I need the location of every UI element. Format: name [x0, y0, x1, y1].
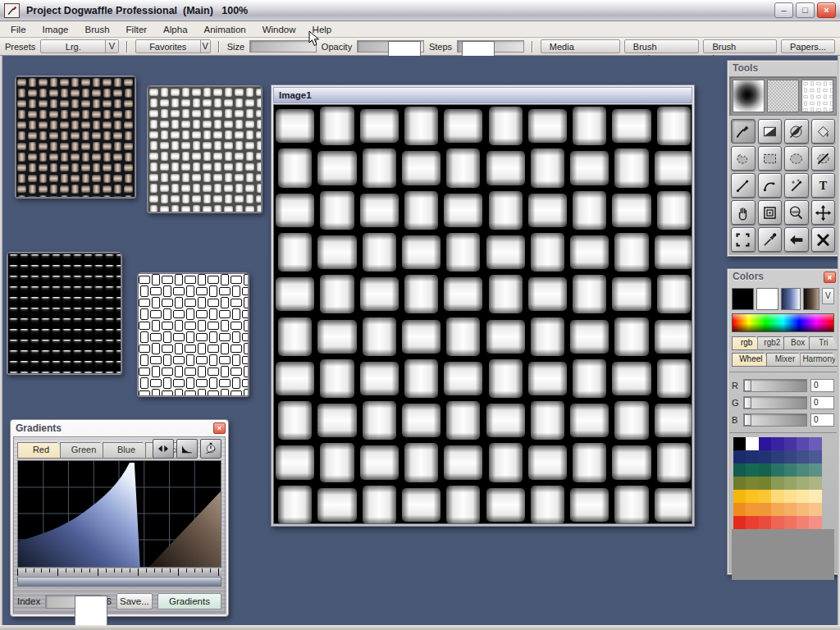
- menu-item-alpha[interactable]: Alpha: [156, 23, 194, 36]
- menu-item-window[interactable]: Window: [255, 23, 304, 36]
- color-swatch[interactable]: [746, 490, 758, 503]
- gradient-tab-red[interactable]: Red: [17, 442, 65, 459]
- color-swatch[interactable]: [746, 516, 758, 529]
- light-weave-preview[interactable]: [148, 86, 262, 212]
- color-swatch[interactable]: [759, 437, 771, 450]
- menu-item-animation[interactable]: Animation: [197, 23, 253, 36]
- brown-weave-preview[interactable]: [16, 76, 135, 198]
- color-swatch[interactable]: [759, 490, 771, 503]
- r-slider-thumb[interactable]: [744, 380, 751, 391]
- save-button[interactable]: Save...: [116, 593, 153, 609]
- color-swatch[interactable]: [809, 450, 821, 463]
- canvas[interactable]: [273, 104, 692, 524]
- fill-bucket-tool[interactable]: [811, 119, 836, 144]
- color-swatch[interactable]: [784, 477, 797, 490]
- color-swatch[interactable]: [809, 503, 821, 516]
- image-window[interactable]: Image1: [271, 84, 695, 527]
- minimize-button[interactable]: –: [774, 2, 793, 18]
- color-swatch[interactable]: [746, 437, 758, 450]
- gradient-curve-editor[interactable]: [17, 460, 221, 568]
- color-swatch[interactable]: [809, 516, 821, 529]
- color-swatch[interactable]: [733, 437, 746, 450]
- paintbrush-tool[interactable]: [731, 119, 756, 144]
- color-swatch[interactable]: [797, 490, 809, 503]
- color-swatch[interactable]: [771, 516, 783, 529]
- texture-window-light-weave[interactable]: – □ × Functions...: [147, 85, 262, 213]
- color-swatch[interactable]: [809, 490, 821, 503]
- zoom-100-tool[interactable]: 100%: [784, 200, 809, 225]
- g-slider[interactable]: [743, 396, 807, 409]
- pan-hand-tool[interactable]: [731, 200, 756, 225]
- color-tab-box[interactable]: Box: [783, 336, 813, 350]
- color-swatch[interactable]: [771, 437, 783, 450]
- title-bar[interactable]: Project Dogwaffle Professional (Main) 10…: [0, 0, 840, 21]
- radial-gradient-tool[interactable]: [784, 119, 809, 144]
- color-swatch[interactable]: [759, 516, 771, 529]
- crop-corners-tool[interactable]: [731, 227, 756, 252]
- gradient-well-brown[interactable]: [803, 288, 819, 310]
- smart-lasso-tool[interactable]: [811, 146, 836, 171]
- texture-window-brown-weave[interactable]: – □ × Functions...: [15, 75, 136, 199]
- color-tab-harmony[interactable]: Harmony: [800, 353, 838, 367]
- papers-button[interactable]: Papers...: [781, 39, 835, 53]
- menu-item-brush[interactable]: Brush: [78, 23, 117, 36]
- noise-paper-thumb[interactable]: [767, 80, 799, 112]
- color-swatch[interactable]: [797, 477, 809, 490]
- restore-button[interactable]: □: [796, 2, 815, 18]
- color-swatch[interactable]: [771, 477, 783, 490]
- b-slider[interactable]: [743, 413, 807, 427]
- color-swatch[interactable]: [746, 463, 758, 477]
- erase-x-tool[interactable]: [811, 227, 836, 252]
- close-button[interactable]: ×: [817, 2, 836, 18]
- color-swatch[interactable]: [784, 437, 797, 450]
- gradient-well-blue[interactable]: [781, 288, 801, 310]
- b-slider-thumb[interactable]: [744, 414, 751, 426]
- r-value-field[interactable]: 0: [810, 379, 834, 392]
- close-button[interactable]: ×: [213, 422, 226, 434]
- menu-item-image[interactable]: Image: [35, 23, 76, 36]
- color-tab-tri[interactable]: Tri: [809, 336, 838, 350]
- image-window-titlebar[interactable]: Image1: [273, 87, 692, 103]
- undo-arrow-tool[interactable]: [784, 227, 809, 252]
- text-tool[interactable]: T: [811, 173, 836, 198]
- soft-brush-thumb[interactable]: [733, 80, 765, 112]
- color-swatch[interactable]: [759, 477, 771, 490]
- color-swatch[interactable]: [797, 463, 809, 477]
- menu-item-filter[interactable]: Filter: [119, 23, 155, 36]
- outline-weave-preview[interactable]: [138, 273, 249, 396]
- color-swatch[interactable]: [797, 503, 809, 516]
- gradients-button[interactable]: Gradients: [158, 593, 221, 609]
- color-swatch[interactable]: [784, 490, 797, 503]
- color-swatch[interactable]: [733, 463, 746, 477]
- texture-window-outline-weave[interactable]: – □ × Functions...: [137, 272, 249, 397]
- g-slider-thumb[interactable]: [744, 397, 751, 409]
- curve-tool[interactable]: [758, 173, 783, 198]
- brush-preset-combo[interactable]: Lrg. airbrush V: [40, 39, 118, 53]
- wells-dropdown[interactable]: V: [822, 288, 834, 304]
- color-swatch[interactable]: [784, 450, 797, 463]
- secondary-color-well[interactable]: [756, 288, 778, 310]
- move-tool[interactable]: [811, 200, 836, 225]
- brush-settings-button[interactable]: Brush settings...: [624, 39, 700, 53]
- freehand-select-tool[interactable]: [731, 146, 756, 171]
- color-swatch[interactable]: [759, 450, 771, 463]
- g-value-field[interactable]: 0: [810, 396, 834, 409]
- color-swatch[interactable]: [797, 450, 809, 463]
- frame-tool[interactable]: [758, 200, 783, 225]
- color-swatch[interactable]: [733, 516, 746, 529]
- dark-streaks-preview[interactable]: [7, 253, 121, 374]
- color-swatch[interactable]: [746, 503, 758, 516]
- color-tab-wheel[interactable]: Wheel: [732, 353, 770, 367]
- flip-horizontal-icon[interactable]: [153, 439, 174, 459]
- gradient-tab-green[interactable]: Green: [60, 442, 107, 459]
- brush-images-button[interactable]: Brush images...: [703, 39, 776, 53]
- index-slider[interactable]: [45, 595, 101, 609]
- color-swatch[interactable]: [771, 490, 783, 503]
- gradients-window[interactable]: Gradients × RedGreenBlueOpacity: [10, 419, 229, 617]
- brush-preset-dropdown[interactable]: V: [105, 40, 117, 52]
- menu-item-file[interactable]: File: [3, 23, 34, 36]
- color-swatch[interactable]: [759, 503, 771, 516]
- color-swatch[interactable]: [784, 516, 797, 529]
- media-manager-button[interactable]: Media manager...: [541, 39, 620, 53]
- color-swatch[interactable]: [797, 516, 809, 529]
